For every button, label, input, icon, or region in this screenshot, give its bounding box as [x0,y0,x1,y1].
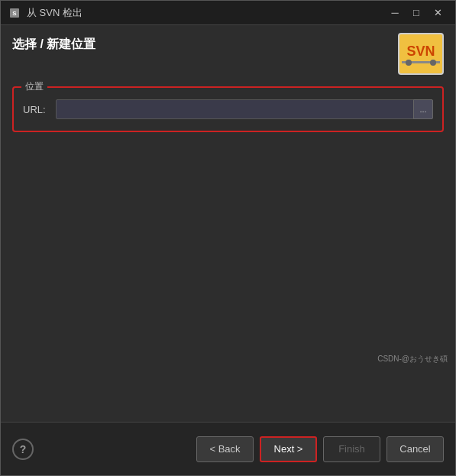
back-button[interactable]: < Back [196,436,254,462]
window-icon: S [8,7,21,19]
svn-logo-decoration [402,61,440,63]
middle-area [12,140,444,414]
content-area: 选择 / 新建位置 SVN 位置 URL: ... CSDN-@おうせき碩 [1,25,455,422]
window-title: 从 SVN 检出 [27,6,385,20]
title-bar: S 从 SVN 检出 ─ □ ✕ [1,1,455,25]
url-input-wrapper: ... [56,99,433,119]
svg-text:S: S [12,10,17,17]
page-title: 选择 / 新建位置 [12,37,95,53]
next-button[interactable]: Next > [260,436,317,462]
url-browse-button[interactable]: ... [413,99,433,119]
page-header: 选择 / 新建位置 SVN [12,33,444,75]
main-window: S 从 SVN 检出 ─ □ ✕ 选择 / 新建位置 SVN 位置 URL: [0,0,456,476]
maximize-button[interactable]: □ [406,5,426,21]
minimize-button[interactable]: ─ [385,5,405,21]
help-button[interactable]: ? [12,439,34,460]
cancel-button[interactable]: Cancel [386,436,444,462]
watermark: CSDN-@おうせき碩 [377,354,448,364]
location-section: 位置 URL: ... [12,86,444,132]
url-label: URL: [23,104,50,115]
finish-button[interactable]: Finish [323,436,380,462]
svn-logo-text: SVN [406,44,435,58]
bottom-bar: ? < Back Next > Finish Cancel [1,422,455,475]
close-button[interactable]: ✕ [428,5,448,21]
location-legend: 位置 [21,80,47,93]
url-input[interactable] [56,99,433,119]
url-row: URL: ... [23,99,433,119]
window-controls: ─ □ ✕ [385,5,448,21]
svn-logo: SVN [398,33,444,75]
